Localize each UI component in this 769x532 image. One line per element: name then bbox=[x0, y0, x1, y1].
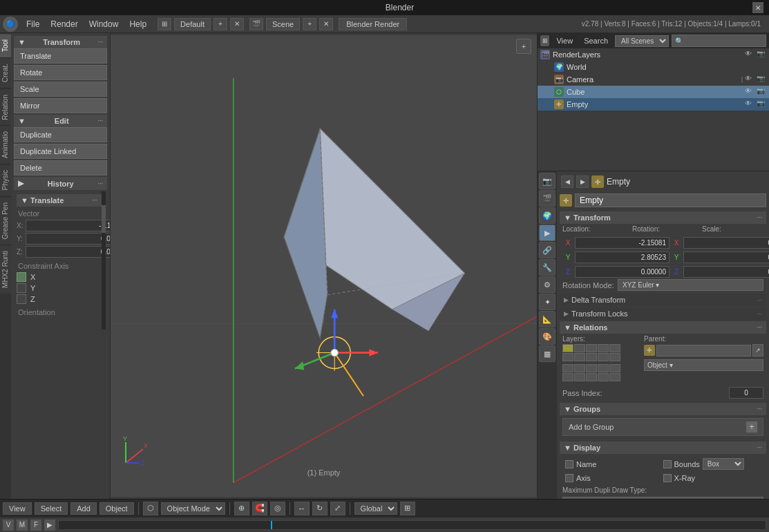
close-button[interactable]: ✕ bbox=[752, 2, 763, 13]
vp-add-btn[interactable]: Add bbox=[70, 502, 97, 515]
cube-eye-icon[interactable]: 👁 bbox=[745, 87, 754, 97]
rot-z-input[interactable] bbox=[683, 266, 769, 278]
timeline-playback-btn[interactable]: ▶ bbox=[44, 520, 55, 531]
layer-18[interactable] bbox=[586, 373, 597, 381]
rotation-mode-btn[interactable]: XYZ Euler ▾ bbox=[618, 279, 763, 291]
layer-15[interactable] bbox=[609, 364, 620, 372]
timeline-frame-btn[interactable]: F bbox=[30, 520, 41, 531]
transform-locks-header[interactable]: ▶ Transform Locks ··· bbox=[560, 307, 766, 320]
xray-checkbox[interactable] bbox=[663, 474, 672, 482]
layer-2[interactable] bbox=[574, 344, 585, 352]
name-checkbox[interactable] bbox=[565, 460, 573, 468]
layer-13[interactable] bbox=[586, 364, 597, 372]
prop-tab-modifiers[interactable]: 🔧 bbox=[539, 259, 556, 276]
prop-tab-physics[interactable]: 📐 bbox=[539, 311, 556, 327]
parent-type-btn[interactable]: Object ▾ bbox=[644, 359, 763, 371]
vec-x-input[interactable] bbox=[26, 220, 111, 231]
render-engine[interactable]: Blender Render bbox=[339, 18, 407, 30]
relations-header[interactable]: ▼ Relations ··· bbox=[560, 321, 766, 334]
groups-header[interactable]: ▼ Groups ··· bbox=[560, 403, 766, 415]
tab-relation[interactable]: Relation bbox=[0, 88, 11, 126]
layer-4[interactable] bbox=[598, 344, 609, 352]
mirror-btn[interactable]: Mirror bbox=[14, 98, 107, 113]
parent-input[interactable] bbox=[656, 345, 751, 357]
display-header[interactable]: ▼ Display ··· bbox=[560, 441, 766, 454]
vp-select-btn[interactable]: Select bbox=[35, 502, 68, 515]
tab-tool[interactable]: Tool bbox=[0, 33, 11, 57]
blender-logo[interactable]: 🔵 bbox=[3, 17, 18, 32]
axis-y-checkbox[interactable] bbox=[17, 283, 26, 293]
layer-17[interactable] bbox=[574, 373, 585, 381]
forward-btn[interactable]: ▶ bbox=[576, 175, 589, 188]
prop-tab-constraints[interactable]: 🔗 bbox=[539, 242, 556, 258]
eye-icon[interactable]: 👁 bbox=[745, 50, 754, 59]
vp-object-btn[interactable]: Object bbox=[99, 502, 134, 515]
add-to-group-btn[interactable]: Add to Group + bbox=[562, 418, 763, 436]
camera-render-icon[interactable]: 📷 bbox=[757, 75, 766, 84]
manip-rot-btn[interactable]: ↻ bbox=[312, 502, 327, 515]
menu-window[interactable]: Window bbox=[84, 18, 124, 30]
timeline-marker-btn[interactable]: M bbox=[17, 520, 28, 531]
workspace-name[interactable]: Default bbox=[174, 18, 211, 30]
cube-render-icon[interactable]: 📷 bbox=[757, 87, 766, 97]
rot-y-input[interactable] bbox=[683, 251, 769, 263]
snap-btn[interactable]: 🧲 bbox=[252, 502, 267, 515]
layer-10[interactable] bbox=[609, 353, 620, 361]
delta-transform-header[interactable]: ▶ Delta Transform ··· bbox=[560, 294, 766, 306]
prop-tab-object[interactable]: ▶ bbox=[539, 225, 556, 241]
layer-5[interactable] bbox=[609, 344, 620, 352]
prop-tab-data[interactable]: ⚙ bbox=[539, 276, 556, 293]
menu-help[interactable]: Help bbox=[124, 18, 152, 30]
menu-file[interactable]: File bbox=[21, 18, 45, 30]
vp-view-btn[interactable]: View bbox=[3, 502, 32, 515]
layers-btn[interactable]: ⊞ bbox=[400, 502, 415, 515]
scene-add[interactable]: + bbox=[303, 18, 316, 30]
loc-y-input[interactable] bbox=[575, 251, 670, 263]
scene-close[interactable]: ✕ bbox=[319, 18, 333, 30]
workspace-grid-icon[interactable]: ⊞ bbox=[158, 18, 171, 30]
scale-btn[interactable]: Scale bbox=[14, 82, 107, 97]
tab-create[interactable]: Creat. bbox=[0, 57, 11, 88]
outliner-empty[interactable]: ✛ Empty 👁 📷 bbox=[538, 98, 769, 111]
back-btn[interactable]: ◀ bbox=[561, 175, 573, 188]
workspace-add[interactable]: + bbox=[213, 18, 227, 30]
prop-tab-render[interactable]: 📷 bbox=[539, 173, 556, 189]
outliner-world[interactable]: 🌍 World bbox=[538, 61, 769, 73]
history-header[interactable]: ▶ History ··· bbox=[14, 177, 107, 190]
loc-x-input[interactable] bbox=[575, 237, 670, 249]
proportional-btn[interactable]: ◎ bbox=[270, 502, 285, 515]
tab-animation[interactable]: Animatio bbox=[0, 125, 11, 164]
translate-btn[interactable]: Translate bbox=[14, 48, 107, 64]
tab-greasepen[interactable]: Grease Pen bbox=[0, 196, 11, 245]
camera-restrict-icon[interactable]: 📷 bbox=[757, 50, 766, 59]
loc-z-input[interactable] bbox=[575, 266, 670, 278]
outliner-camera[interactable]: 📷 Camera | 👁 📷 bbox=[538, 73, 769, 86]
layer-1[interactable] bbox=[562, 344, 573, 352]
layer-7[interactable] bbox=[574, 353, 585, 361]
axis-z-checkbox[interactable] bbox=[17, 294, 26, 304]
menu-render[interactable]: Render bbox=[45, 18, 83, 30]
workspace-close[interactable]: ✕ bbox=[230, 18, 244, 30]
layer-20[interactable] bbox=[609, 373, 620, 381]
tab-mhx2[interactable]: MHX2 Runti bbox=[0, 245, 11, 294]
pivot-btn[interactable]: ⊕ bbox=[234, 502, 249, 515]
scene-name[interactable]: Scene bbox=[266, 18, 300, 30]
translate-section-header[interactable]: ▼ Translate ··· bbox=[17, 194, 102, 207]
outliner-cube[interactable]: ⬡ Cube 👁 📷 bbox=[538, 86, 769, 98]
layer-14[interactable] bbox=[598, 364, 609, 372]
outliner-search[interactable]: Search bbox=[580, 35, 612, 46]
prop-tab-particles[interactable]: ✦ bbox=[539, 294, 556, 310]
transform-block-header[interactable]: ▼ Transform ··· bbox=[560, 211, 766, 224]
rot-x-input[interactable] bbox=[683, 237, 769, 249]
duplicate-btn[interactable]: Duplicate bbox=[14, 127, 107, 142]
layer-8[interactable] bbox=[586, 353, 597, 361]
scene-icon[interactable]: 🎬 bbox=[249, 18, 263, 30]
layer-12[interactable] bbox=[574, 364, 585, 372]
tab-physics[interactable]: Physic bbox=[0, 164, 11, 196]
viewport[interactable]: User Persp bbox=[111, 33, 538, 499]
empty-render-icon[interactable]: 📷 bbox=[757, 99, 766, 109]
manip-btn[interactable]: ↔ bbox=[294, 502, 310, 515]
vp-nav-plus[interactable]: + bbox=[516, 39, 531, 54]
textured-btn[interactable]: Textured ▾ bbox=[562, 497, 763, 499]
prop-tab-material[interactable]: 🎨 bbox=[539, 328, 556, 345]
